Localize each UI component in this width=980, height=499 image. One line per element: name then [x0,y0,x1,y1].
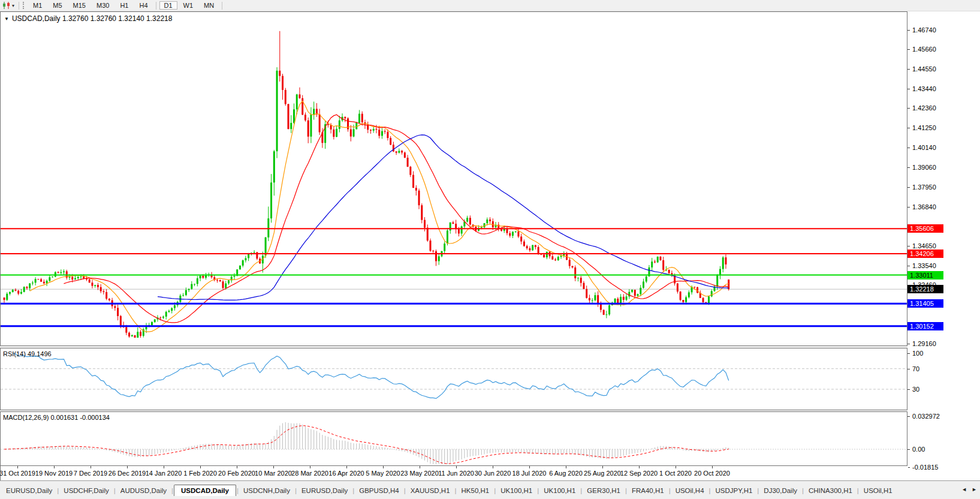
macd-axis-tickmark [907,416,910,417]
chart-tab-uk100-h1[interactable]: UK100,H1 [496,485,536,496]
date-label: 23 May 2020 [400,470,439,477]
date-tickmark [346,466,347,468]
price-axis-label: 1.39060 [912,164,936,171]
candlestick-icon-glyph [2,2,11,9]
price-line-label-1.35606: 1.35606 [907,224,943,233]
macd-axis-label: -0.01815 [912,464,938,471]
horizontal-lines-layer [1,229,907,326]
date-label: 26 Dec 2019 [108,470,146,477]
price-line-label-1.30152: 1.30152 [907,322,943,330]
timeframe-button-h4[interactable]: H4 [134,1,152,10]
candlestick-chart[interactable] [1,12,907,345]
date-label: 1 Feb 2020 [183,470,217,477]
tab-scroll-left-icon[interactable]: ◄ [961,486,967,492]
price-axis-label: 1.34650 [912,242,936,250]
chart-tab-eurusd-daily[interactable]: EURUSD,Daily [2,485,56,496]
timeframe-button-d1[interactable]: D1 [159,1,177,10]
macd-axis-tickmark [907,449,910,450]
date-label: 10 Mar 2020 [255,470,292,477]
toolbar: ▾ M1M5M15M30H1H4D1W1MN [0,0,980,11]
chart-tab-usoil-h1[interactable]: USOil,H1 [860,485,897,496]
date-tickmark [273,466,274,468]
rsi-label: RSI(14) 49.1496 [3,350,52,357]
rsi-chart[interactable] [1,348,907,410]
price-axis-label: 1.29160 [912,340,936,347]
date-label: 28 Mar 2020 [291,470,328,477]
price-axis-tickmark [907,30,910,31]
price-axis-tickmark [907,49,910,50]
date-label: 25 Aug 2020 [584,470,621,477]
timeframe-button-m1[interactable]: M1 [28,1,47,10]
macd-chart[interactable] [1,412,907,465]
toolbar-separator [156,2,156,10]
date-tickmark [127,466,128,468]
price-axis-label: 1.41250 [912,124,936,131]
price-axis-tickmark [907,344,910,344]
date-label: 19 Nov 2019 [35,470,73,477]
price-axis[interactable]: 1.467401.456601.445501.434401.423601.412… [907,11,980,480]
chart-tab-hk50-h1[interactable]: HK50,H1 [457,485,494,496]
price-axis-label: 1.36840 [912,203,936,211]
timeframe-button-m5[interactable]: M5 [48,1,67,10]
chart-tab-eurusd-daily[interactable]: EURUSD,Daily [297,485,352,496]
rsi-line [13,353,729,398]
date-label: 6 Aug 2020 [549,470,583,477]
time-axis[interactable]: 31 Oct 201919 Nov 20197 Dec 201926 Dec 2… [0,466,908,480]
main-chart-panel: ▼USDCAD,Daily 1.32760 1.32760 1.32140 1.… [0,11,907,346]
price-axis-tickmark [907,148,910,148]
chart-tab-usdchf-daily[interactable]: USDCHF,Daily [59,485,113,496]
chart-tab-usoil-h4[interactable]: USOil,H4 [671,485,708,496]
rsi-axis-tickmark [907,389,910,390]
rsi-axis-label: 70 [912,365,919,372]
price-axis-tickmark [907,187,910,188]
rsi-panel: RSI(14) 49.1496 [0,348,907,410]
price-line-label-1.34206: 1.34206 [907,250,943,258]
chart-tab-usdcnh-daily[interactable]: USDCNH,Daily [239,485,294,496]
timeframe-button-m15[interactable]: M15 [68,1,91,10]
chart-tab-bar: EURUSD,Daily|USDCHF,Daily|AUDUSD,Daily|U… [0,480,980,499]
date-tickmark [566,466,566,468]
date-label: 18 Jul 2020 [512,470,547,477]
macd-label: MACD(12,26,9) 0.001631 -0.000134 [3,414,110,421]
chart-tab-fra40-h1[interactable]: FRA40,H1 [628,485,668,496]
date-tickmark [493,466,493,468]
chart-tab-uk100-h1[interactable]: UK100,H1 [539,485,580,496]
tab-scroll-right-icon[interactable]: ► [972,486,977,492]
price-axis-label: 1.42360 [912,104,936,112]
date-label: 30 Jun 2020 [475,470,511,477]
date-label: 1 Oct 2020 [659,470,692,477]
timeframe-button-group: M1M5M15M30H1H4D1W1MN [28,1,225,10]
chart-tab-dj30-daily[interactable]: DJ30,Daily [759,485,801,496]
macd-axis-label: 0.032972 [912,413,940,420]
date-tickmark [529,466,530,468]
macd-axis-label: 0.00 [912,446,925,453]
chart-type-icon[interactable] [1,1,12,10]
chart-tab-usdcad-daily[interactable]: USDCAD,Daily [174,485,236,496]
date-tickmark [91,466,91,468]
date-tickmark [420,466,420,468]
date-tickmark [17,466,18,468]
timeframe-button-m30[interactable]: M30 [92,1,114,10]
chart-menu-caret[interactable]: ▼ [4,16,9,22]
price-line-label-1.31405: 1.31405 [907,299,943,308]
price-axis-label: 1.45660 [912,46,936,53]
chart-tab-gbpusd-h4[interactable]: GBPUSD,H4 [355,485,403,496]
timeframe-button-h1[interactable]: H1 [115,1,133,10]
chart-type-dropdown-caret[interactable]: ▾ [12,3,14,8]
rsi-axis-tickmark [907,369,910,369]
chart-tab-china300-h1[interactable]: CHINA300,H1 [804,485,857,496]
chart-tabs: EURUSD,Daily|USDCHF,Daily|AUDUSD,Daily|U… [0,481,956,496]
price-line-label-1.32218: 1.32218 [907,285,943,293]
chart-tab-audusd-daily[interactable]: AUDUSD,Daily [116,485,171,496]
timeframe-button-w1[interactable]: W1 [179,1,198,10]
date-label: 31 Oct 2019 [0,470,35,477]
macd-panel: MACD(12,26,9) 0.001631 -0.000134 [0,411,907,466]
price-axis-tickmark [907,246,910,247]
chart-tab-ger30-h1[interactable]: GER30,H1 [583,485,625,496]
date-label: 11 Jun 2020 [438,470,474,477]
chart-tab-xauusd-h1[interactable]: XAUUSD,H1 [406,485,454,496]
chart-tab-usdjpy-h1[interactable]: USDJPY,H1 [711,485,757,496]
timeframe-button-mn[interactable]: MN [199,1,219,10]
macd-histogram-layer [4,422,729,464]
toolbar-drag-grip[interactable] [23,2,24,9]
